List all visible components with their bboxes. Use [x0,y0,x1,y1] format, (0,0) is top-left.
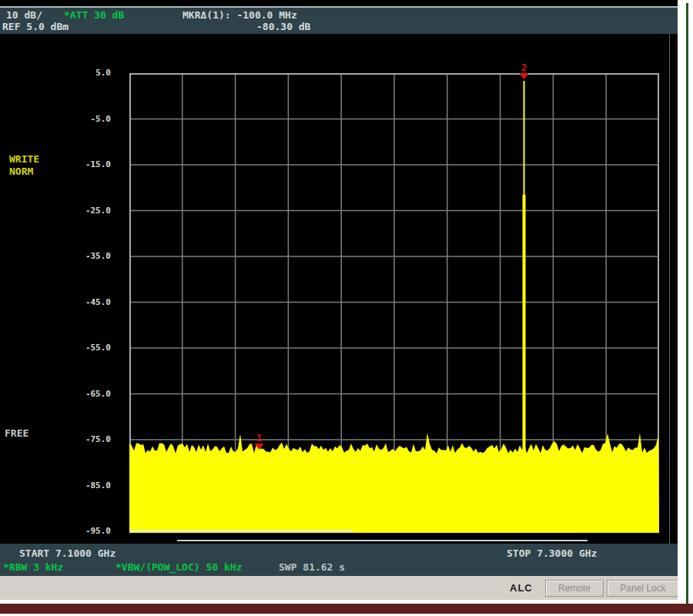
start-frequency-label: START 7.1000 GHz [19,547,116,559]
y-axis-tick-label: -65.0 [62,389,111,399]
page-right-margin [678,0,693,604]
y-axis-tick-label: 5.0 [62,68,111,78]
y-axis-tick-label: -55.0 [62,343,111,353]
y-axis-tick-label: -5.0 [62,114,111,124]
rbw-label: *RBW 3 kHz [3,561,63,573]
signal-spike-lower [523,195,526,458]
stop-frequency-label: STOP 7.3000 GHz [507,547,597,559]
trace-mode-norm: NORM [9,166,39,178]
y-axis-tick-label: -35.0 [62,251,111,261]
trigger-mode-label: FREE [5,427,28,439]
status-bar: ALC Remote Panel Lock [0,576,678,600]
footer-bar: START 7.1000 GHz STOP 7.3000 GHz *RBW 3 … [0,544,678,576]
marker-2-label: 2 [521,62,527,73]
alc-status-label: ALC [510,582,533,594]
page-border-line [686,3,688,604]
remote-button[interactable]: Remote [545,580,604,597]
vbw-label: *VBW/(POW_LOC) 50 kHz [116,561,242,573]
attenuation-label: *ATT 30 dB [64,9,124,21]
signal-spike-upper [524,81,525,195]
y-axis-tick-label: -85.0 [62,480,111,490]
marker-2-triangle [520,73,529,79]
display-area: WRITE NORM FREE 5.0-5.0-15.0-25.0-35.0-4… [0,34,678,544]
ref-level-label: REF 5.0 dBm [2,21,69,32]
marker-1-label: 1 [256,433,262,444]
y-axis-tick-label: -75.0 [62,434,111,444]
trace-mode-write: WRITE [9,153,39,166]
display-right-edge [669,34,670,544]
spectrum-analyzer-screenshot: 10 dB/ REF 5.0 dBm *ATT 30 dB MKRΔ(1): -… [0,0,693,616]
marker-readout-freq: MKRΔ(1): -100.0 MHz [182,9,297,21]
spectrum-plot: 12 [129,73,659,535]
analyzer-window: 10 dB/ REF 5.0 dBm *ATT 30 dB MKRΔ(1): -… [0,0,678,600]
display-bottom-edge [177,540,588,541]
page-bottom-rule [0,604,693,614]
marker-readout-level: -80.30 dB [256,21,310,32]
scale-label: 10 dB/ [6,9,42,21]
panel-lock-button[interactable]: Panel Lock [607,580,679,597]
header-bar: 10 dB/ REF 5.0 dBm *ATT 30 dB MKRΔ(1): -… [0,8,678,34]
y-axis-tick-label: -15.0 [62,159,111,169]
y-axis-tick-label: -45.0 [62,297,111,307]
y-axis-tick-label: -95.0 [62,526,111,536]
y-axis-tick-label: -25.0 [62,206,111,216]
trace-mode-label: WRITE NORM [9,153,39,178]
sweep-time-label: SWP 81.62 s [279,561,345,573]
